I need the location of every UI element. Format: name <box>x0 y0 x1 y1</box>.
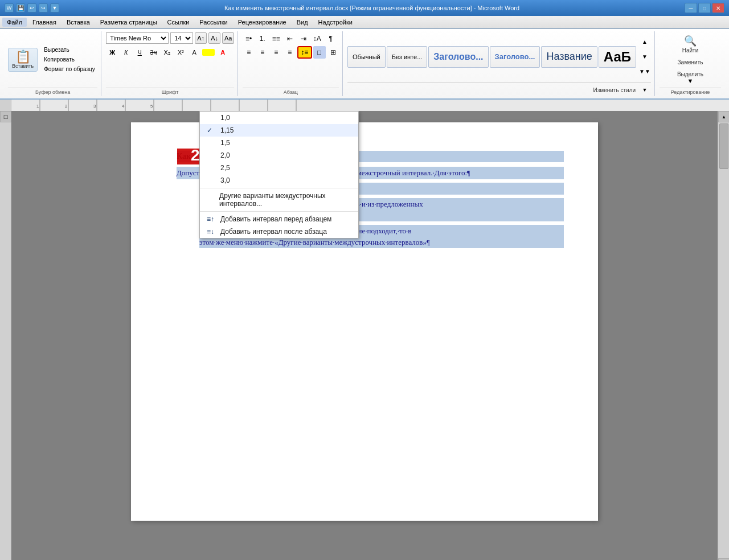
quick-access-icon[interactable]: ▼ <box>50 3 59 13</box>
paste-icon: 📋 <box>15 51 31 63</box>
format-painter-button[interactable]: Формат по образцу <box>41 65 98 73</box>
font-color-button[interactable]: A <box>216 46 229 59</box>
add-space-after[interactable]: ≡↓ Добавить интервал после абзаца <box>200 225 358 238</box>
shading-button[interactable]: □ <box>313 46 326 59</box>
clipboard-label: Буфер обмена <box>8 88 97 96</box>
superscript-button[interactable]: X² <box>174 46 187 59</box>
window-controls: ─ □ ✕ <box>685 3 724 13</box>
align-right-button[interactable]: ≡ <box>270 46 282 59</box>
ruler-corner-left[interactable]: □ <box>0 111 11 122</box>
other-spacing-option[interactable]: Другие варианты междустрочных интервалов… <box>200 190 358 210</box>
svg-text:2: 2 <box>191 146 200 164</box>
para-content: ≡• 1. ≡≡ ⇤ ⇥ ↕A ¶ ≡ ≡ ≡ ≡ ↕≡ □ ⊞ <box>243 31 339 88</box>
spacing-2-0[interactable]: 2,0 <box>200 149 358 162</box>
minimize-button[interactable]: ─ <box>685 3 697 13</box>
redo-icon[interactable]: ↪ <box>39 3 48 13</box>
align-center-button[interactable]: ≡ <box>256 46 269 59</box>
font-label: Шрифт <box>106 88 234 96</box>
clear-format-button[interactable]: Aa <box>222 32 234 44</box>
dropdown-separator-2 <box>200 211 358 212</box>
strikethrough-button[interactable]: Зч <box>147 46 159 59</box>
style-no-interval[interactable]: Без инте... <box>387 46 428 68</box>
style-name[interactable]: Название <box>541 46 597 68</box>
style-heading2[interactable]: Заголово... <box>490 46 540 68</box>
multilevel-list-button[interactable]: ≡≡ <box>270 32 282 45</box>
clipboard-group: 📋 Вставить Вырезать Копировать Формат по… <box>5 31 101 96</box>
para-label: Абзац <box>243 88 339 96</box>
menu-insert[interactable]: Вставка <box>62 18 95 27</box>
editing-group: 🔍 Найти Заменить Выделить ▼ Редактирован… <box>656 31 724 96</box>
add-space-before[interactable]: ≡↑ Добавить интервал перед абзацем <box>200 213 358 225</box>
styles-scroll-down[interactable]: ▼ <box>637 51 652 63</box>
menu-home[interactable]: Главная <box>28 18 61 27</box>
find-button[interactable]: 🔍 Найти <box>680 32 701 56</box>
replace-button[interactable]: Заменить <box>675 57 706 68</box>
scrollbar-thumb[interactable] <box>719 123 728 169</box>
svg-text:5: 5 <box>150 104 153 109</box>
ruler-area: 1 2 3 4 5 <box>0 100 729 111</box>
line-spacing-button[interactable]: ↕≡ <box>297 46 312 59</box>
bold-button[interactable]: Ж <box>106 46 118 59</box>
grow-font-button[interactable]: A↑ <box>195 32 207 44</box>
copy-button[interactable]: Копировать <box>41 55 98 64</box>
space-after-icon: ≡↓ <box>207 228 216 236</box>
undo-icon[interactable]: ↩ <box>27 3 36 13</box>
font-name-select[interactable]: Times New Ro <box>106 32 169 44</box>
ribbon: 📋 Вставить Вырезать Копировать Формат по… <box>0 28 729 100</box>
svg-text:3: 3 <box>93 104 96 109</box>
bullet-list-button[interactable]: ≡• <box>243 32 255 45</box>
font-size-select[interactable]: 14 <box>170 32 193 44</box>
styles-scroll-up[interactable]: ▲ <box>637 36 652 48</box>
save-icon[interactable]: 💾 <box>16 3 25 13</box>
left-margin: □ <box>0 111 11 560</box>
subscript-button[interactable]: X₂ <box>161 46 173 59</box>
decrease-indent-button[interactable]: ⇤ <box>284 32 296 45</box>
borders-button[interactable]: ⊞ <box>327 46 339 59</box>
paste-button[interactable]: 📋 Вставить <box>8 48 38 72</box>
format-row: Ж К Ч Зч X₂ X² A A <box>106 46 229 59</box>
menu-addins[interactable]: Надстройки <box>314 18 357 27</box>
spacing-2-5[interactable]: 2,5 <box>200 162 358 174</box>
spacing-1-15[interactable]: ✓ 1,15 <box>200 124 358 137</box>
numbered-list-button[interactable]: 1. <box>256 32 269 45</box>
menu-mailings[interactable]: Рассылки <box>195 18 232 27</box>
spacing-1-0[interactable]: 1,0 <box>200 112 358 124</box>
paste-label: Вставить <box>12 63 34 69</box>
font-content: Times New Ro 14 A↑ A↓ Aa Ж К Ч Зч X₂ X² <box>106 31 234 88</box>
style-aa[interactable]: АаБ <box>599 46 636 68</box>
align-left-button[interactable]: ≡ <box>243 46 255 59</box>
menu-file[interactable]: Файл <box>2 18 27 27</box>
close-button[interactable]: ✕ <box>712 3 724 13</box>
spacing-3-0[interactable]: 3,0 <box>200 174 358 187</box>
style-normal[interactable]: Обычный <box>347 46 386 68</box>
maximize-button[interactable]: □ <box>698 3 711 13</box>
increase-indent-button[interactable]: ⇥ <box>297 32 310 45</box>
find-icon: 🔍 <box>684 35 697 47</box>
cut-button[interactable]: Вырезать <box>41 46 98 54</box>
underline-button[interactable]: Ч <box>133 46 146 59</box>
aa-label: АаБ <box>604 50 631 64</box>
italic-button[interactable]: К <box>120 46 132 59</box>
style-heading1[interactable]: Заголово... <box>428 46 488 68</box>
spacing-1-5[interactable]: 1,5 <box>200 137 358 149</box>
sort-button[interactable]: ↕A <box>311 32 323 45</box>
styles-expand[interactable]: ▼▼ <box>637 65 652 78</box>
select-button[interactable]: Выделить ▼ <box>675 69 706 87</box>
change-styles-arrow[interactable]: ▼ <box>638 84 651 96</box>
show-hide-button[interactable]: ¶ <box>325 32 337 45</box>
menu-references[interactable]: Ссылки <box>163 18 194 27</box>
dropdown-separator-1 <box>200 188 358 188</box>
ruler-svg: 1 2 3 4 5 <box>11 100 729 111</box>
shrink-font-button[interactable]: A↓ <box>208 32 220 44</box>
text-effects-button[interactable]: A <box>188 46 200 59</box>
menu-view[interactable]: Вид <box>292 18 313 27</box>
scrollbar-track[interactable] <box>718 122 729 558</box>
menu-page-layout[interactable]: Разметка страницы <box>96 18 162 27</box>
scroll-up-button[interactable]: ▲ <box>718 111 729 122</box>
text-highlight-button[interactable] <box>202 49 215 56</box>
justify-button[interactable]: ≡ <box>284 46 296 59</box>
line-spacing-dropdown: 1,0 ✓ 1,15 1,5 2,0 2,5 3,0 <box>199 111 359 238</box>
menu-review[interactable]: Рецензирование <box>234 18 291 27</box>
check-1-15: ✓ <box>207 126 216 134</box>
change-styles-button[interactable]: Изменить стили <box>591 84 638 96</box>
